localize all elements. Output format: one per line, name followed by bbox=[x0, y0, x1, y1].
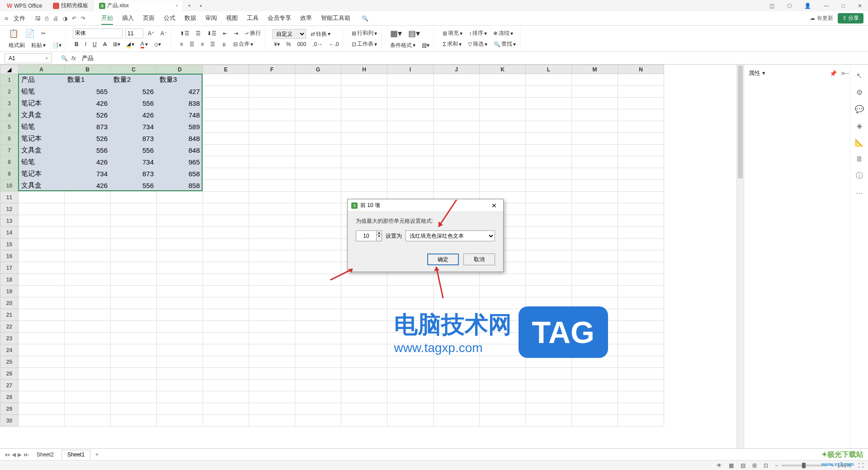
align-middle-icon[interactable]: ☰ bbox=[194, 29, 203, 38]
cell-F3[interactable] bbox=[249, 98, 295, 109]
cell-N22[interactable] bbox=[618, 321, 664, 333]
cell-F25[interactable] bbox=[249, 356, 295, 368]
cell-N17[interactable] bbox=[618, 262, 664, 274]
layers-tool-icon[interactable]: ◈ bbox=[857, 122, 862, 130]
eye-icon[interactable]: 👁 bbox=[717, 462, 722, 469]
cell-C16[interactable] bbox=[111, 250, 157, 262]
cell-M5[interactable] bbox=[572, 121, 618, 133]
cell-L8[interactable] bbox=[526, 156, 572, 168]
sheet-next-icon[interactable]: ▶ bbox=[18, 451, 22, 458]
cell-N23[interactable] bbox=[618, 333, 664, 344]
cell-E16[interactable] bbox=[203, 250, 249, 262]
copy-icon[interactable]: 📑▾ bbox=[50, 41, 63, 49]
row-header-7[interactable]: 7 bbox=[0, 145, 19, 156]
cell-M8[interactable] bbox=[572, 156, 618, 168]
border-button[interactable]: ⊞▾ bbox=[111, 40, 122, 48]
cell-G11[interactable] bbox=[295, 192, 341, 203]
cell-M3[interactable] bbox=[572, 98, 618, 109]
row-header-23[interactable]: 23 bbox=[0, 333, 19, 344]
cell-L14[interactable] bbox=[526, 227, 572, 239]
collapse-panel-icon[interactable]: — bbox=[843, 69, 849, 76]
cell-C14[interactable] bbox=[111, 227, 157, 239]
close-button[interactable]: ✕ bbox=[854, 1, 866, 11]
cell-N2[interactable] bbox=[618, 86, 664, 98]
cell-E7[interactable] bbox=[203, 145, 249, 156]
cell-H29[interactable] bbox=[341, 403, 387, 415]
cell-G13[interactable] bbox=[295, 215, 341, 227]
cell-F7[interactable] bbox=[249, 145, 295, 156]
paste-button[interactable]: 粘贴 ▾ bbox=[29, 41, 47, 50]
cell-L29[interactable] bbox=[526, 403, 572, 415]
col-header-M[interactable]: M bbox=[572, 65, 618, 74]
cell-L18[interactable] bbox=[526, 274, 572, 286]
cell-M10[interactable] bbox=[572, 180, 618, 192]
justify-icon[interactable]: ☰ bbox=[208, 40, 217, 48]
cell-H27[interactable] bbox=[341, 380, 387, 391]
cell-M12[interactable] bbox=[572, 203, 618, 215]
tab-member[interactable]: 会员专享 bbox=[268, 12, 291, 25]
find-button[interactable]: 🔍 查找 ▾ bbox=[492, 39, 518, 49]
sheet-tab-1[interactable]: Sheet1 bbox=[61, 450, 90, 459]
filter-button[interactable]: ▽ 筛选 ▾ bbox=[466, 39, 489, 49]
row-header-13[interactable]: 13 bbox=[0, 215, 19, 227]
cell-B22[interactable] bbox=[65, 321, 111, 333]
cell-H4[interactable] bbox=[341, 109, 387, 121]
cell-D24[interactable] bbox=[157, 344, 203, 356]
dialog-close-button[interactable]: ✕ bbox=[489, 201, 500, 210]
cell-K19[interactable] bbox=[480, 286, 526, 297]
cell-D1[interactable]: 数量3 bbox=[157, 74, 203, 86]
cell-L5[interactable] bbox=[526, 121, 572, 133]
cell-N1[interactable] bbox=[618, 74, 664, 86]
cell-H1[interactable] bbox=[341, 74, 387, 86]
cell-C17[interactable] bbox=[111, 262, 157, 274]
cell-C23[interactable] bbox=[111, 333, 157, 344]
cell-M18[interactable] bbox=[572, 274, 618, 286]
cell-D8[interactable]: 965 bbox=[157, 156, 203, 168]
cell-E3[interactable] bbox=[203, 98, 249, 109]
view-normal-icon[interactable]: ▦ bbox=[729, 462, 734, 469]
cell-H8[interactable] bbox=[341, 156, 387, 168]
cell-C28[interactable] bbox=[111, 391, 157, 403]
cell-F18[interactable] bbox=[249, 274, 295, 286]
cell-B28[interactable] bbox=[65, 391, 111, 403]
cell-style-icon[interactable]: ▤▾ bbox=[406, 28, 422, 39]
cell-N30[interactable] bbox=[618, 415, 664, 427]
cell-D11[interactable] bbox=[157, 192, 203, 203]
cell-K6[interactable] bbox=[480, 133, 526, 145]
ruler-tool-icon[interactable]: 📐 bbox=[855, 138, 864, 147]
cell-M26[interactable] bbox=[572, 368, 618, 380]
row-header-21[interactable]: 21 bbox=[0, 309, 19, 321]
cell-F4[interactable] bbox=[249, 109, 295, 121]
row-header-4[interactable]: 4 bbox=[0, 109, 19, 121]
cell-L27[interactable] bbox=[526, 380, 572, 391]
cell-E18[interactable] bbox=[203, 274, 249, 286]
cell-B15[interactable] bbox=[65, 239, 111, 250]
cell-G1[interactable] bbox=[295, 74, 341, 86]
cell-N14[interactable] bbox=[618, 227, 664, 239]
cell-N20[interactable] bbox=[618, 297, 664, 309]
cell-B4[interactable]: 526 bbox=[65, 109, 111, 121]
cell-C19[interactable] bbox=[111, 286, 157, 297]
cell-B20[interactable] bbox=[65, 297, 111, 309]
cell-D7[interactable]: 848 bbox=[157, 145, 203, 156]
cell-A7[interactable]: 文具盒 bbox=[19, 145, 65, 156]
cell-G25[interactable] bbox=[295, 356, 341, 368]
cell-B12[interactable] bbox=[65, 203, 111, 215]
cell-K4[interactable] bbox=[480, 109, 526, 121]
tab-start[interactable]: 开始 bbox=[101, 12, 113, 25]
cell-N9[interactable] bbox=[618, 168, 664, 180]
cell-A1[interactable]: 产品 bbox=[19, 74, 65, 86]
cell-A9[interactable]: 笔记本 bbox=[19, 168, 65, 180]
cell-J5[interactable] bbox=[434, 121, 480, 133]
col-header-F[interactable]: F bbox=[249, 65, 295, 74]
cell-E13[interactable] bbox=[203, 215, 249, 227]
cell-N19[interactable] bbox=[618, 286, 664, 297]
cell-D2[interactable]: 427 bbox=[157, 86, 203, 98]
cell-K10[interactable] bbox=[480, 180, 526, 192]
cell-G4[interactable] bbox=[295, 109, 341, 121]
row-header-20[interactable]: 20 bbox=[0, 297, 19, 309]
cell-D16[interactable] bbox=[157, 250, 203, 262]
clipboard-icon[interactable]: 📋 bbox=[7, 28, 20, 39]
cell-N26[interactable] bbox=[618, 368, 664, 380]
cell-C3[interactable]: 556 bbox=[111, 98, 157, 109]
